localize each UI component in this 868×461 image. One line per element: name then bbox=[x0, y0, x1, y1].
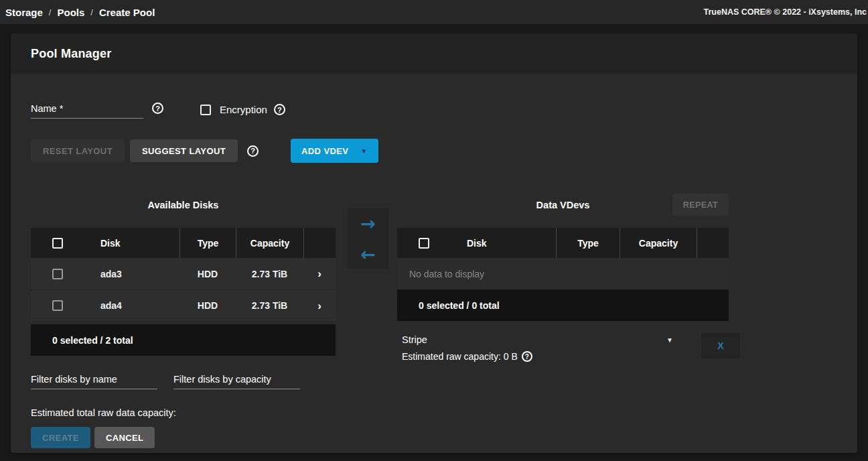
arrow-left-icon: ← bbox=[360, 245, 376, 263]
column-header-disk: Disk bbox=[84, 238, 179, 249]
select-all-checkbox[interactable] bbox=[52, 238, 63, 249]
breadcrumb-pools[interactable]: Pools bbox=[57, 7, 84, 18]
name-field-group: ? bbox=[31, 101, 163, 119]
column-header-capacity: Capacity bbox=[236, 228, 303, 258]
disk-name: ada3 bbox=[84, 269, 179, 279]
estimated-raw-value: 0 B bbox=[504, 351, 518, 362]
disk-capacity: 2.73 TiB bbox=[236, 290, 303, 321]
vdev-layout-select[interactable]: Stripe ▼ bbox=[402, 333, 701, 346]
cancel-button[interactable]: CANCEL bbox=[94, 427, 155, 448]
breadcrumb: Storage / Pools / Create Pool bbox=[5, 7, 155, 18]
chevron-right-icon[interactable]: › bbox=[317, 300, 321, 312]
suggest-layout-button[interactable]: SUGGEST LAYOUT bbox=[130, 139, 238, 162]
vdev-layout-value: Stripe bbox=[402, 334, 427, 345]
estimated-total-capacity-label: Estimated total raw data capacity: bbox=[31, 407, 837, 418]
available-disks-table: Disk Type Capacity ada3 HDD 2.73 TiB › bbox=[31, 228, 336, 321]
top-bar: Storage / Pools / Create Pool TrueNAS CO… bbox=[0, 0, 868, 24]
available-disks-section: Available Disks Disk Type Capacity ada3 … bbox=[31, 194, 336, 356]
raw-capacity-help-icon[interactable]: ? bbox=[522, 351, 532, 362]
available-disks-title: Available Disks bbox=[148, 200, 219, 210]
select-all-checkbox[interactable] bbox=[419, 238, 429, 249]
card-header: Pool Manager bbox=[11, 34, 857, 74]
transfer-controls: → ← bbox=[348, 208, 388, 269]
table-row[interactable]: ada3 HDD 2.73 TiB › bbox=[31, 258, 336, 289]
table-row[interactable]: ada4 HDD 2.73 TiB › bbox=[31, 289, 336, 321]
arrow-right-icon: → bbox=[360, 214, 376, 233]
move-left-button[interactable]: ← bbox=[348, 239, 388, 269]
chevron-right-icon[interactable]: › bbox=[317, 268, 321, 279]
encryption-label: Encryption bbox=[220, 104, 267, 115]
table-header-row: Disk Type Capacity bbox=[397, 228, 729, 258]
column-header-capacity: Capacity bbox=[620, 228, 697, 258]
estimated-raw-capacity: Estimated raw capacity: 0 B ? bbox=[402, 351, 701, 362]
filter-by-capacity-input[interactable] bbox=[173, 371, 300, 389]
copyright-text: TrueNAS CORE® © 2022 - iXsystems, Inc bbox=[703, 7, 867, 17]
disk-transfer-region: Available Disks Disk Type Capacity ada3 … bbox=[31, 194, 837, 362]
disk-type: HDD bbox=[179, 258, 236, 289]
row-checkbox[interactable] bbox=[52, 269, 63, 279]
estimated-raw-label: Estimated raw capacity: bbox=[402, 351, 501, 362]
pool-name-input[interactable] bbox=[31, 101, 143, 119]
column-header-type: Type bbox=[179, 228, 236, 258]
breadcrumb-create-pool: Create Pool bbox=[99, 7, 155, 18]
add-vdev-label: ADD VDEV bbox=[301, 146, 348, 156]
caret-down-icon: ▼ bbox=[360, 147, 367, 155]
encryption-group: Encryption ? bbox=[200, 104, 285, 115]
breadcrumb-separator: / bbox=[49, 7, 52, 17]
repeat-button[interactable]: REPEAT bbox=[672, 194, 729, 216]
disk-type: HDD bbox=[179, 290, 236, 321]
name-encryption-row: ? Encryption ? bbox=[31, 101, 837, 119]
available-selection-summary: 0 selected / 2 total bbox=[31, 324, 336, 356]
disk-filters bbox=[31, 371, 837, 389]
add-vdev-button[interactable]: ADD VDEV ▼ bbox=[291, 139, 378, 163]
layout-toolbar: RESET LAYOUT SUGGEST LAYOUT ? ADD VDEV ▼ bbox=[31, 139, 837, 163]
disk-name: ada4 bbox=[84, 300, 179, 311]
create-button[interactable]: CREATE bbox=[31, 427, 90, 448]
pool-manager-card: Pool Manager ? Encryption ? RESET LAYOUT… bbox=[11, 34, 857, 453]
vdev-layout-area: Stripe ▼ Estimated raw capacity: 0 B ? X bbox=[397, 333, 740, 362]
data-vdevs-section: Data VDevs REPEAT Disk Type Capacity No … bbox=[397, 194, 729, 362]
filter-by-name-input[interactable] bbox=[31, 371, 157, 389]
layout-help-icon[interactable]: ? bbox=[247, 145, 259, 157]
move-right-button[interactable]: → bbox=[348, 208, 388, 239]
column-header-disk: Disk bbox=[451, 238, 556, 249]
breadcrumb-separator: / bbox=[90, 7, 93, 17]
remove-vdev-button[interactable]: X bbox=[701, 333, 740, 358]
data-vdevs-title: Data VDevs bbox=[536, 200, 590, 210]
caret-down-icon: ▼ bbox=[666, 336, 673, 344]
data-vdevs-table: Disk Type Capacity No data to display bbox=[397, 228, 729, 289]
empty-table-message: No data to display bbox=[397, 258, 729, 289]
breadcrumb-storage[interactable]: Storage bbox=[5, 7, 43, 18]
form-actions: CREATE CANCEL bbox=[31, 427, 837, 448]
encryption-help-icon[interactable]: ? bbox=[274, 104, 285, 115]
reset-layout-button[interactable]: RESET LAYOUT bbox=[31, 139, 125, 162]
table-header-row: Disk Type Capacity bbox=[31, 228, 336, 258]
row-checkbox[interactable] bbox=[52, 300, 63, 311]
name-help-icon[interactable]: ? bbox=[152, 103, 163, 114]
column-header-type: Type bbox=[556, 228, 620, 258]
page-title: Pool Manager bbox=[31, 47, 111, 61]
encryption-checkbox[interactable] bbox=[200, 105, 211, 115]
disk-capacity: 2.73 TiB bbox=[236, 258, 303, 289]
vdev-selection-summary: 0 selected / 0 total bbox=[397, 289, 729, 321]
